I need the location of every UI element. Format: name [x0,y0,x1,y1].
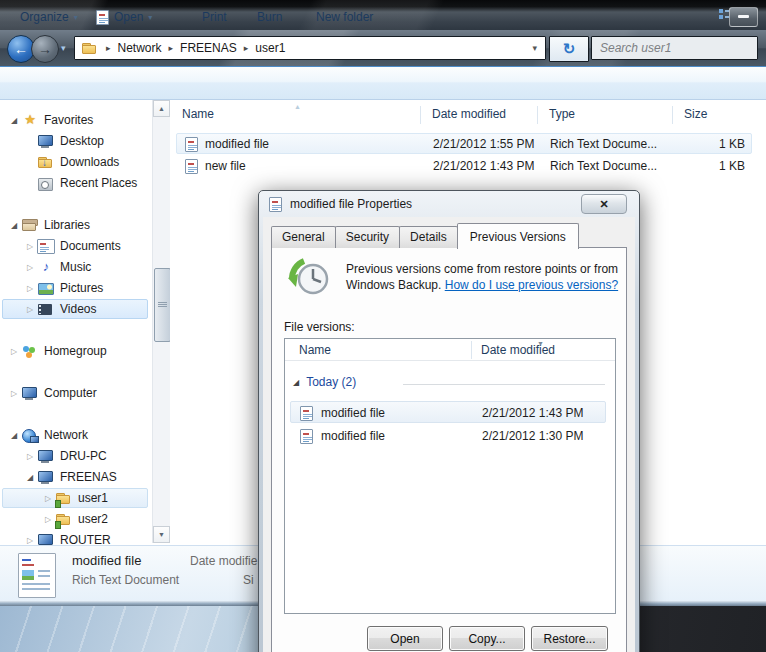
scroll-up-icon[interactable]: ▲ [153,100,170,117]
new-folder-button[interactable]: New folder [316,8,373,26]
tree-expanded-icon[interactable]: ◢ [23,473,37,482]
version-row-2[interactable]: modified file 2/21/2012 1:30 PM [290,424,606,446]
address-bar[interactable]: ▸ Network ▸ FREENAS ▸ user1 ▾ [74,36,546,60]
sidebar-item-recent-places[interactable]: Recent Places [2,173,148,193]
column-header-date-modified[interactable]: Date modified [432,107,506,121]
sidebar-item-homegroup[interactable]: ▷ Homegroup [2,341,148,361]
tab-general[interactable]: General [271,226,336,248]
scrollbar-thumb[interactable] [154,268,170,342]
desktop-icon [37,133,55,149]
address-dropdown-icon[interactable]: ▾ [532,43,537,53]
sidebar-item-downloads[interactable]: ↓ Downloads [2,152,148,172]
tree-collapsed-icon[interactable]: ▷ [41,515,55,524]
file-versions-label: File versions: [284,320,355,334]
tree-collapsed-icon[interactable]: ▷ [23,284,37,293]
sidebar-item-desktop[interactable]: Desktop [2,131,148,151]
new-folder-label: New folder [316,10,373,24]
column-header-size[interactable]: Size [684,107,707,121]
column-header-type[interactable]: Type [549,107,575,121]
help-link[interactable]: How do I use previous versions? [445,278,618,292]
version-row-1[interactable]: modified file 2/21/2012 1:43 PM [290,401,606,423]
column-header-name[interactable]: Name [182,107,214,121]
sidebar-item-videos[interactable]: ▷ Videos [2,299,148,319]
breadcrumb-freenas[interactable]: FREENAS [180,41,237,55]
sidebar-scrollbar[interactable]: ▲ ▼ [152,100,170,543]
sidebar-item-user2[interactable]: ▷ user2 [2,509,148,529]
rtf-file-icon [300,406,313,421]
breadcrumb-separator-icon: ▸ [169,43,174,53]
tab-security[interactable]: Security [335,226,400,248]
sidebar-item-pictures[interactable]: ▷ Pictures [2,278,148,298]
scroll-down-icon[interactable]: ▼ [153,526,170,543]
sidebar-item-label: Homegroup [44,344,107,358]
close-button[interactable]: ✕ [581,194,627,214]
desktop: ← → ▾ ▸ Network ▸ FREENAS ▸ user1 ▾ ↻ Or… [0,0,766,652]
sort-ascending-icon: ▲ [294,103,301,110]
sort-descending-icon: ▼ [537,340,544,347]
file-row-new-file[interactable]: new file 2/21/2012 1:43 PM Rich Text Doc… [176,155,752,176]
refresh-button[interactable]: ↻ [549,36,589,62]
rtf-file-icon [300,429,313,444]
tree-expanded-icon[interactable]: ◢ [7,431,21,440]
breadcrumb-user1[interactable]: user1 [255,41,285,55]
favorites-star-icon: ★ [21,112,39,128]
tree-collapsed-icon[interactable]: ▷ [7,389,21,398]
versions-column-date[interactable]: Date modified [481,343,555,357]
sidebar-item-label: user1 [78,491,108,505]
tree-expanded-icon[interactable]: ◢ [7,221,21,230]
open-button[interactable]: Open ▾ [96,8,152,26]
sidebar-item-favorites[interactable]: ◢ ★ Favorites [2,110,148,130]
computer-icon [21,385,39,401]
recent-pages-chevron-icon[interactable]: ▾ [61,43,66,53]
sidebar-item-label: FREENAS [60,470,117,484]
sidebar-item-network[interactable]: ◢ Network [2,425,148,445]
versions-list: Name Date modified ▼ ◢ Today (2) modifie… [284,338,616,614]
tab-details[interactable]: Details [399,226,458,248]
tree-collapsed-icon[interactable]: ▷ [23,536,37,545]
tree-collapsed-icon[interactable]: ▷ [23,305,37,314]
breadcrumb-network[interactable]: Network [118,41,162,55]
restore-version-button[interactable]: Restore... [531,626,608,651]
burn-button[interactable]: Burn [257,8,282,26]
forward-button[interactable]: → [31,35,59,63]
versions-column-name[interactable]: Name [299,343,331,357]
sidebar-item-freenas[interactable]: ◢ FREENAS [2,467,148,487]
sidebar-item-router[interactable]: ▷ ROUTER [2,530,148,545]
previous-versions-page: Previous versions come from restore poin… [271,247,627,652]
print-button[interactable]: Print [202,8,227,26]
column-separator[interactable] [420,106,421,124]
minimize-button[interactable] [729,7,758,27]
file-row-modified-file[interactable]: modified file 2/21/2012 1:55 PM Rich Tex… [176,133,752,154]
sidebar-item-label: Music [60,260,91,274]
column-headers: Name ▲ Date modified Type Size [170,103,766,127]
sidebar-item-documents[interactable]: ▷ Documents [2,236,148,256]
address-folder-icon [81,40,99,56]
tree-expanded-icon[interactable]: ◢ [7,116,21,125]
tree-collapsed-icon[interactable]: ▷ [23,242,37,251]
sidebar-item-libraries[interactable]: ◢ Libraries [2,215,148,235]
column-separator[interactable] [471,341,472,359]
sidebar-item-computer[interactable]: ▷ Computer [2,383,148,403]
column-separator[interactable] [672,106,673,124]
tree-collapsed-icon[interactable]: ▷ [23,263,37,272]
copy-version-button[interactable]: Copy... [449,626,525,651]
column-separator[interactable] [537,106,538,124]
command-toolbar [0,66,766,100]
sidebar-item-music[interactable]: ▷ ♪ Music [2,257,148,277]
open-version-button[interactable]: Open [367,626,443,651]
sidebar-item-dru-pc[interactable]: ▷ DRU-PC [2,446,148,466]
tab-previous-versions[interactable]: Previous Versions [457,223,579,249]
search-input[interactable] [592,37,757,59]
pictures-icon [37,280,55,296]
chevron-down-icon: ▾ [148,13,152,22]
versions-group-today[interactable]: ◢ Today (2) [293,375,356,389]
sidebar-item-user1[interactable]: ▷ user1 [2,488,148,508]
tree-collapsed-icon[interactable]: ▷ [23,452,37,461]
dialog-file-icon [269,197,282,212]
music-icon: ♪ [37,259,55,275]
tree-collapsed-icon[interactable]: ▷ [7,347,21,356]
tree-collapsed-icon[interactable]: ▷ [41,494,55,503]
details-file-name: modified file [72,553,141,568]
organize-button[interactable]: Organize ▾ [20,8,78,26]
group-expanded-icon[interactable]: ◢ [293,378,299,387]
